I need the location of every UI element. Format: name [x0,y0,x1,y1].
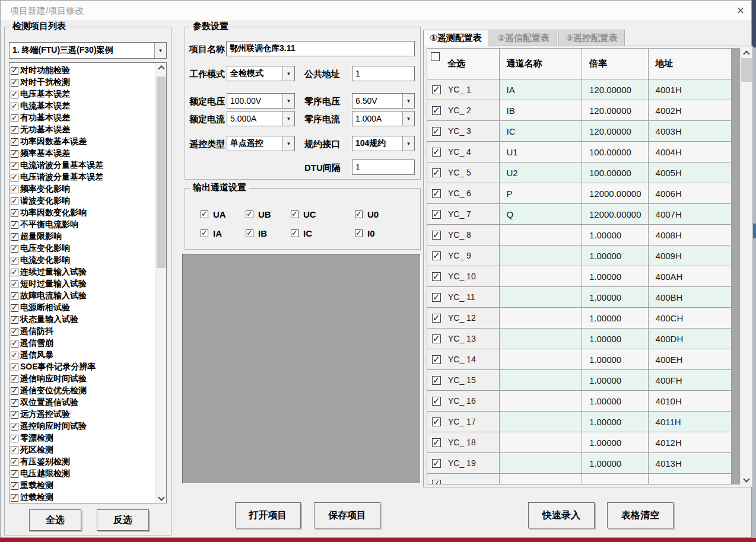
ratio-cell[interactable]: 120.00000 [582,79,649,100]
ratio-cell[interactable] [582,474,649,484]
channel-name-cell[interactable] [500,246,582,266]
row-checkbox-icon[interactable] [432,480,441,484]
ratio-cell[interactable]: 1.00000 [582,412,649,432]
list-item[interactable]: 电流变化影响 [11,254,155,266]
channel-checkbox-uc[interactable]: UC [291,209,316,219]
ratio-cell[interactable]: 1.00000 [582,349,649,370]
address-cell[interactable]: 400EH [649,349,731,370]
list-item[interactable]: 电流基本误差 [11,100,155,112]
zero-seq-voltage-select[interactable]: 6.50V [352,93,415,109]
list-item[interactable]: 电源断相试验 [11,302,155,314]
address-cell[interactable]: 400CH [649,308,731,329]
list-item[interactable]: 有功基本误差 [11,112,155,124]
list-item[interactable]: 对时功能检验 [11,65,155,76]
list-item[interactable]: 状态量输入试验 [11,314,155,326]
ratio-cell[interactable]: 120.00000 [582,100,649,121]
select-all-button[interactable]: 全选 [29,509,81,531]
checkbox-checked-icon[interactable] [11,399,18,407]
channel-name-cell[interactable]: Q [500,204,582,225]
channel-name-cell[interactable] [500,225,582,246]
checkbox-checked-icon[interactable] [11,494,18,502]
checkbox-checked-icon[interactable] [11,280,18,288]
dropdown-arrow-icon[interactable] [282,136,294,151]
address-cell[interactable]: 4001H [649,79,731,100]
row-select-cell[interactable]: YC_ 3 [427,121,500,142]
checkbox-checked-icon[interactable] [11,79,18,87]
list-item[interactable]: 电压越限检测 [11,468,155,480]
channel-name-cell[interactable] [500,329,582,349]
checkbox-checked-icon[interactable] [11,245,18,253]
list-item[interactable]: 电压谐波分量基本误差 [11,171,155,183]
invert-selection-button[interactable]: 反选 [97,509,149,531]
channel-checkbox-ua[interactable]: UA [201,209,226,219]
zero-seq-current-select[interactable]: 1.000A [352,111,415,126]
dropdown-arrow-icon[interactable] [282,66,294,81]
list-item[interactable]: 电压变化影响 [11,243,155,254]
checkbox-checked-icon[interactable] [11,269,18,276]
ratio-cell[interactable]: 1.00000 [582,432,649,453]
address-cell[interactable]: 4004H [649,142,731,162]
row-checkbox-icon[interactable] [432,438,441,447]
quick-entry-button[interactable]: 快速录入 [528,502,595,528]
list-item[interactable]: 重载检测 [11,480,155,492]
list-item[interactable]: 遥信雪崩 [11,337,155,349]
channel-name-cell[interactable]: U1 [500,142,582,162]
checkbox-checked-icon[interactable] [11,458,18,466]
list-item[interactable]: 无功基本误差 [11,124,155,136]
list-item[interactable]: 短时过量输入试验 [11,278,155,290]
checkbox-checked-icon[interactable] [11,340,18,347]
row-select-cell[interactable]: YC_ 18 [427,432,500,453]
channel-name-cell[interactable] [500,391,582,412]
address-cell[interactable]: 4008H [649,225,731,246]
list-item[interactable]: 不平衡电流影响 [11,219,155,231]
row-checkbox-icon[interactable] [432,168,441,177]
address-cell[interactable]: 400AH [649,266,731,287]
checkbox-checked-icon[interactable] [11,411,18,419]
list-item[interactable]: 连续过量输入试验 [11,266,155,278]
checkbox-checked-icon[interactable] [11,174,18,181]
checkbox-checked-icon[interactable] [11,209,18,217]
checkbox-checked-icon[interactable] [201,211,208,218]
row-checkbox-icon[interactable] [432,376,441,385]
work-mode-select[interactable]: 全检模式 [227,66,295,81]
remote-type-select[interactable]: 单点遥控 [227,136,295,151]
address-cell[interactable]: 4013H [649,453,731,474]
checkbox-checked-icon[interactable] [11,387,18,395]
ratio-cell[interactable]: 100.00000 [582,142,649,162]
checkbox-checked-icon[interactable] [11,150,18,158]
channel-name-cell[interactable] [500,412,582,432]
row-select-cell[interactable]: YC_ 14 [427,349,500,370]
ratio-cell[interactable]: 1.00000 [582,246,649,266]
table-scrollbar-thumb[interactable] [741,58,752,82]
checkbox-checked-icon[interactable] [11,435,18,442]
list-item[interactable]: 谐波变化影响 [11,195,155,207]
channel-name-cell[interactable] [500,349,582,370]
checkbox-checked-icon[interactable] [11,304,18,312]
row-checkbox-icon[interactable] [432,127,441,136]
address-cell[interactable]: 4012H [649,432,731,453]
dropdown-arrow-icon[interactable] [282,94,294,108]
address-cell[interactable]: 4011H [649,412,731,432]
channel-checkbox-ib[interactable]: IB [246,228,267,238]
scroll-down-icon[interactable] [156,493,166,503]
channel-checkbox-i0[interactable]: I0 [355,228,375,238]
channel-name-cell[interactable]: IA [500,79,582,100]
checkbox-checked-icon[interactable] [11,375,18,383]
list-item[interactable]: 功率因数基本误差 [11,136,155,148]
list-item[interactable]: 遥信风暴 [11,349,155,361]
row-select-cell[interactable] [427,474,500,484]
row-select-cell[interactable]: YC_ 7 [427,204,500,225]
address-cell[interactable]: 4006H [649,183,731,204]
row-checkbox-icon[interactable] [432,314,441,323]
row-select-cell[interactable]: YC_ 4 [427,142,500,162]
channel-name-cell[interactable] [500,432,582,453]
rated-voltage-select[interactable]: 100.00V [227,93,295,109]
checkbox-checked-icon[interactable] [11,91,18,98]
scroll-down-icon[interactable] [741,475,752,484]
row-checkbox-icon[interactable] [432,106,441,115]
address-cell[interactable]: 4009H [649,246,731,266]
checkbox-checked-icon[interactable] [11,316,18,324]
channel-name-cell[interactable] [500,453,582,474]
ratio-cell[interactable]: 12000.00000 [582,204,649,225]
row-checkbox-icon[interactable] [432,397,441,406]
